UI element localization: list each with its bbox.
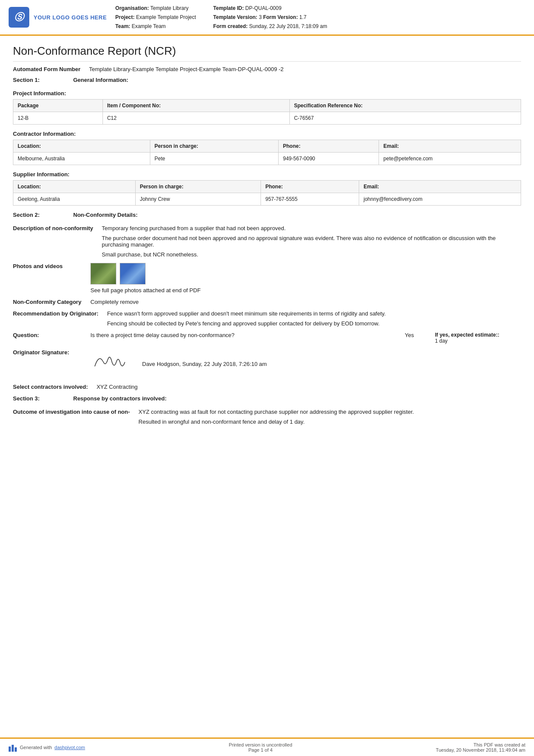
select-contractors-value: XYZ Contracting: [96, 384, 521, 390]
outcome-row: Outcome of investigation into cause of n…: [13, 409, 521, 425]
signature-image: [90, 349, 134, 377]
project-col-spec: Specification Reference No:: [289, 100, 521, 112]
outcome-p2: Resulted in wrongful and non-conformant …: [139, 419, 521, 425]
originator-sig-name: Dave Hodgson, Sunday, 22 July 2018, 7:26…: [142, 361, 267, 367]
project-info-table: Package Item / Component No: Specificati…: [13, 99, 521, 125]
org-row: Organisation: Template Library: [115, 4, 196, 12]
supplier-location-value: Geelong, Australia: [13, 193, 136, 206]
supplier-email-value: johnny@fencedlivery.com: [359, 193, 521, 206]
footer-right: This PDF was created at Tuesday, 20 Nove…: [436, 742, 525, 753]
supplier-col-email: Email:: [359, 181, 521, 193]
recommendation-p1: Fence wasn't form approved supplier and …: [107, 310, 521, 317]
form-number-value: Template Library-Example Template Projec…: [89, 66, 284, 72]
signature-svg: [90, 349, 129, 373]
section1-row: Section 1: General Information:: [13, 77, 521, 83]
originator-sig-row: Originator Signature: Dave Hodgson, Sund…: [13, 349, 521, 378]
contractor-col-location: Location:: [13, 140, 150, 153]
contractor-col-phone: Phone:: [279, 140, 379, 153]
description-p1: Temporary fencing purchased from a suppl…: [102, 225, 521, 231]
contractor-info-title: Contractor Information:: [13, 131, 521, 137]
project-package-value: 12-B: [13, 112, 103, 125]
project-item-value: C12: [102, 112, 289, 125]
outcome-value: XYZ contracting was at fault for not con…: [139, 409, 521, 425]
header-meta: Organisation: Template Library Project: …: [115, 4, 525, 30]
contractor-col-email: Email:: [379, 140, 521, 153]
form-number-row: Automated Form Number Template Library-E…: [13, 66, 521, 72]
report-title: Non-Conformance Report (NCR): [13, 44, 521, 62]
contractor-email-value: pete@petefence.com: [379, 153, 521, 165]
form-number-label: Automated Form Number: [13, 66, 81, 72]
supplier-col-person: Person in charge:: [135, 181, 261, 193]
nc-category-value: Completely remove: [90, 299, 521, 305]
question-answer: Yes: [405, 332, 422, 338]
question-content: Is there a project time delay caused by …: [90, 332, 521, 344]
logo-text: YOUR LOGO GOES HERE: [34, 14, 107, 21]
photos-row: Photos and videos See full page photos a…: [13, 263, 521, 294]
recommendation-p2: Fencing should be collected by Pete's fe…: [107, 320, 521, 327]
footer-uncontrolled-text: Printed version is uncontrolled: [229, 742, 292, 747]
section2-label: Section 2:: [13, 212, 65, 218]
supplier-phone-value: 957-767-5555: [261, 193, 359, 206]
contractor-person-value: Pete: [150, 153, 278, 165]
footer-center: Printed version is uncontrolled Page 1 o…: [229, 742, 292, 753]
supplier-col-location: Location:: [13, 181, 136, 193]
logo-area: Ⓢ YOUR LOGO GOES HERE: [9, 4, 107, 30]
photos-value: See full page photos attached at end of …: [90, 263, 521, 294]
description-label: Description of non-conformity: [13, 225, 93, 231]
contractor-header-row: Location: Person in charge: Phone: Email…: [13, 140, 521, 153]
footer-bar-3: [15, 747, 17, 752]
footer: Generated with dashpivot.com Printed ver…: [0, 737, 534, 756]
footer-link[interactable]: dashpivot.com: [55, 745, 85, 750]
recommendation-label: Recommendation by Originator:: [13, 310, 99, 317]
section2-title: Non-Conformity Details:: [73, 212, 138, 218]
supplier-table-row: Geelong, Australia Johnny Crew 957-767-5…: [13, 193, 521, 206]
contractor-table-row: Melbourne, Australia Pete 949-567-0090 p…: [13, 153, 521, 165]
project-info-title: Project Information:: [13, 90, 521, 97]
supplier-col-phone: Phone:: [261, 181, 359, 193]
section3-label: Section 3:: [13, 395, 65, 402]
project-spec-value: C-76567: [289, 112, 521, 125]
project-col-package: Package: [13, 100, 103, 112]
supplier-info-title: Supplier Information:: [13, 171, 521, 178]
question-text: Is there a project time delay caused by …: [90, 332, 392, 338]
contractor-phone-value: 949-567-0090: [279, 153, 379, 165]
template-id-row: Template ID: DP-QUAL-0009: [213, 4, 327, 12]
supplier-header-row: Location: Person in charge: Phone: Email…: [13, 181, 521, 193]
header: Ⓢ YOUR LOGO GOES HERE Organisation: Temp…: [0, 0, 534, 36]
outcome-label: Outcome of investigation into cause of n…: [13, 409, 130, 415]
question-ifyes: If yes, expected estimate:: 1 day: [435, 332, 521, 344]
footer-generated-text: Generated with: [20, 745, 52, 750]
description-p3: Small purchase, but NCR nonetheless.: [102, 251, 521, 258]
photo-thumb-1: [90, 263, 116, 284]
form-created-row: Form created: Sunday, 22 July 2018, 7:18…: [213, 22, 327, 30]
footer-pdf-created-label: This PDF was created at: [436, 742, 525, 747]
recommendation-value: Fence wasn't form approved supplier and …: [107, 310, 521, 327]
team-row: Team: Example Team: [115, 22, 196, 30]
footer-page-number: Page 1 of 4: [229, 747, 292, 753]
footer-pdf-created-value: Tuesday, 20 November 2018, 11:49:04 am: [436, 747, 525, 753]
section3-row: Section 3: Response by contractors invol…: [13, 395, 521, 402]
footer-bar-1: [9, 747, 11, 752]
header-meta-right: Template ID: DP-QUAL-0009 Template Versi…: [213, 4, 327, 30]
logo-icon: Ⓢ: [9, 7, 29, 28]
project-row: Project: Example Template Project: [115, 13, 196, 21]
project-col-item: Item / Component No:: [102, 100, 289, 112]
photos-caption: See full page photos attached at end of …: [90, 287, 521, 294]
select-contractors-row: Select contractors involved: XYZ Contrac…: [13, 384, 521, 390]
nc-category-row: Non-Conformity Category Completely remov…: [13, 299, 521, 305]
footer-logo-icon: [9, 743, 17, 752]
supplier-person-value: Johnny Crew: [135, 193, 261, 206]
question-label: Question:: [13, 332, 82, 338]
outcome-p1: XYZ contracting was at fault for not con…: [139, 409, 521, 415]
originator-sig-value: Dave Hodgson, Sunday, 22 July 2018, 7:26…: [90, 349, 521, 378]
originator-sig-label: Originator Signature:: [13, 349, 82, 356]
description-p2: The purchase order document had not been…: [102, 235, 521, 248]
select-contractors-label: Select contractors involved:: [13, 384, 88, 390]
page: Ⓢ YOUR LOGO GOES HERE Organisation: Temp…: [0, 0, 534, 756]
project-table-row: 12-B C12 C-76567: [13, 112, 521, 125]
question-row: Question: Is there a project time delay …: [13, 332, 521, 344]
header-meta-left: Organisation: Template Library Project: …: [115, 4, 196, 30]
recommendation-row: Recommendation by Originator: Fence wasn…: [13, 310, 521, 327]
description-row: Description of non-conformity Temporary …: [13, 225, 521, 258]
photo-thumb-2: [120, 263, 146, 284]
